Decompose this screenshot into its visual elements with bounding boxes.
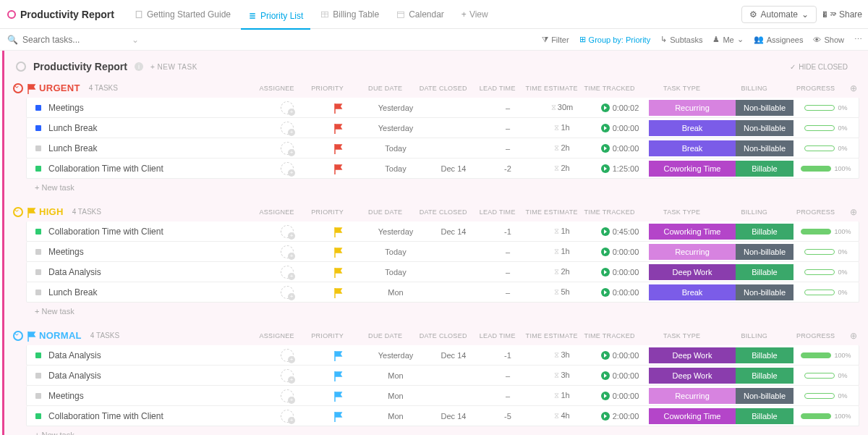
billing-cell[interactable]: Billable (736, 264, 793, 280)
group-title-area[interactable]: NORMAL 4 TASKS (13, 330, 255, 341)
billing-cell[interactable]: Billable (736, 408, 793, 424)
task-row[interactable]: Data Analysis Mon – ⧖3h 0:00:00 Deep Wor… (26, 366, 859, 386)
time-estimate-cell[interactable]: ⧖1h (533, 247, 591, 256)
assignee-add-icon[interactable] (281, 369, 294, 382)
play-icon[interactable] (601, 164, 610, 173)
due-date-cell[interactable]: Yesterday (367, 227, 425, 236)
add-column-button[interactable]: ⊕ (848, 207, 859, 217)
priority-cell[interactable] (309, 227, 367, 236)
task-type-cell[interactable]: Recurring (649, 388, 736, 404)
time-tracked-cell[interactable]: 1:25:00 (591, 164, 649, 173)
time-estimate-cell[interactable]: ⧖1h (533, 123, 591, 132)
billing-cell[interactable]: Billable (736, 161, 793, 177)
time-tracked-cell[interactable]: 2:00:00 (591, 412, 649, 421)
task-row[interactable]: Meetings Yesterday – ⧖30m 0:00:02 Recurr… (26, 98, 859, 118)
add-column-button[interactable]: ⊕ (848, 331, 859, 341)
more-button[interactable]: ⋯ (854, 35, 862, 44)
time-estimate-cell[interactable]: ⧖3h (533, 350, 591, 360)
tab-billing-table[interactable]: Billing Table (313, 7, 386, 22)
assignee-add-icon[interactable] (281, 101, 294, 114)
priority-cell[interactable] (309, 288, 367, 297)
billing-cell[interactable]: Non-billable (736, 100, 793, 116)
due-date-cell[interactable]: Yesterday (367, 104, 425, 112)
due-date-cell[interactable]: Mon (367, 371, 425, 380)
billing-cell[interactable]: Non-billable (736, 140, 793, 156)
collapse-icon[interactable] (13, 331, 23, 341)
time-estimate-cell[interactable]: ⧖1h (533, 227, 591, 236)
task-row[interactable]: Meetings Today – ⧖1h 0:00:00 Recurring N… (26, 242, 859, 262)
task-row[interactable]: Collaboration Time with Client Yesterday… (26, 221, 859, 242)
assignee-add-icon[interactable] (281, 266, 294, 279)
task-type-cell[interactable]: Coworking Time (649, 224, 736, 240)
new-task-button[interactable]: + NEW TASK (150, 63, 197, 71)
time-tracked-cell[interactable]: 0:00:02 (591, 104, 649, 112)
billing-cell[interactable]: Non-billable (736, 244, 793, 260)
task-row[interactable]: Lunch Break Today – ⧖2h 0:00:00 Break No… (26, 138, 859, 159)
tab-getting-started[interactable]: Getting Started Guide (127, 7, 238, 22)
time-estimate-cell[interactable]: ⧖5h (533, 287, 591, 297)
assignee-cell[interactable] (265, 349, 309, 362)
assignee-cell[interactable] (265, 245, 309, 258)
group-title-area[interactable]: HIGH 4 TASKS (13, 206, 255, 217)
collapse-icon[interactable] (13, 83, 23, 93)
subtasks-button[interactable]: ↳Subtasks (660, 35, 702, 44)
billing-cell[interactable]: Non-billable (736, 388, 793, 404)
priority-cell[interactable] (309, 248, 367, 256)
hide-closed-button[interactable]: ✓ HIDE CLOSED (790, 63, 848, 71)
priority-cell[interactable] (309, 412, 367, 421)
assignee-cell[interactable] (265, 225, 309, 238)
assignee-add-icon[interactable] (281, 245, 294, 258)
due-date-cell[interactable]: Mon (367, 412, 425, 421)
info-icon[interactable]: i (135, 62, 143, 71)
new-task-row[interactable]: + New task (35, 183, 859, 192)
task-row[interactable]: Data Analysis Yesterday Dec 14 -1 ⧖3h 0:… (26, 345, 859, 366)
task-type-cell[interactable]: Deep Work (649, 368, 736, 384)
play-icon[interactable] (601, 288, 610, 297)
play-icon[interactable] (601, 412, 610, 421)
assignee-cell[interactable] (265, 369, 309, 382)
assignee-add-icon[interactable] (281, 225, 294, 238)
play-icon[interactable] (601, 124, 610, 132)
assignee-cell[interactable] (265, 410, 309, 423)
play-icon[interactable] (601, 392, 610, 400)
play-icon[interactable] (601, 268, 610, 276)
assignee-cell[interactable] (265, 286, 309, 299)
task-type-cell[interactable]: Deep Work (649, 347, 736, 363)
share-button[interactable]: �အ Share (822, 9, 862, 20)
search-input[interactable] (22, 35, 109, 45)
time-estimate-cell[interactable]: ⧖2h (533, 143, 591, 153)
assignee-cell[interactable] (265, 101, 309, 114)
play-icon[interactable] (601, 351, 610, 360)
chevron-down-icon[interactable]: ⌄ (132, 35, 139, 45)
priority-cell[interactable] (309, 124, 367, 132)
billing-cell[interactable]: Billable (736, 224, 793, 240)
assignee-add-icon[interactable] (281, 142, 294, 155)
me-button[interactable]: ♟Me ⌄ (712, 35, 743, 44)
due-date-cell[interactable]: Today (367, 248, 425, 256)
task-type-cell[interactable]: Recurring (649, 244, 736, 260)
due-date-cell[interactable]: Today (367, 164, 425, 173)
add-column-button[interactable]: ⊕ (848, 83, 859, 93)
assignee-cell[interactable] (265, 122, 309, 135)
due-date-cell[interactable]: Today (367, 144, 425, 153)
assignee-add-icon[interactable] (281, 162, 294, 175)
time-tracked-cell[interactable]: 0:00:00 (591, 248, 649, 256)
time-tracked-cell[interactable]: 0:00:00 (591, 124, 649, 132)
time-tracked-cell[interactable]: 0:00:00 (591, 351, 649, 360)
billing-cell[interactable]: Non-billable (736, 120, 793, 136)
task-row[interactable]: Lunch Break Yesterday – ⧖1h 0:00:00 Brea… (26, 118, 859, 138)
task-type-cell[interactable]: Break (649, 120, 736, 136)
play-icon[interactable] (601, 144, 610, 153)
play-icon[interactable] (601, 248, 610, 256)
priority-cell[interactable] (309, 144, 367, 153)
assignee-cell[interactable] (265, 142, 309, 155)
time-tracked-cell[interactable]: 0:45:00 (591, 227, 649, 236)
priority-cell[interactable] (309, 351, 367, 360)
due-date-cell[interactable]: Mon (367, 392, 425, 400)
due-date-cell[interactable]: Mon (367, 288, 425, 297)
assignee-add-icon[interactable] (281, 349, 294, 362)
priority-cell[interactable] (309, 268, 367, 276)
billing-cell[interactable]: Billable (736, 368, 793, 384)
show-button[interactable]: 👁Show (813, 35, 844, 44)
tab-priority-list[interactable]: Priority List (241, 8, 310, 30)
